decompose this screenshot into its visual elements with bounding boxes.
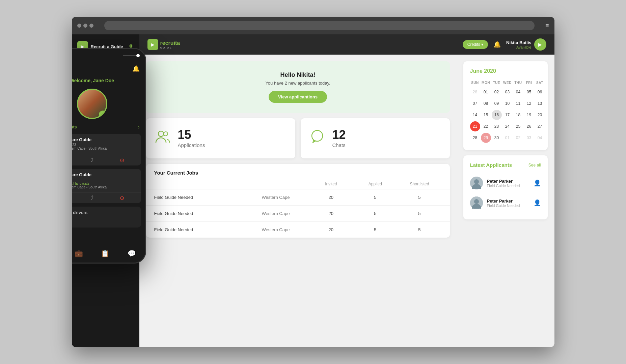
browser-menu-icon[interactable]: ≡ [545, 22, 549, 29]
share-icon[interactable]: ⤴ [91, 195, 93, 201]
table-row[interactable]: Field Guide Needed Western Cape 20 5 5 [146, 205, 450, 221]
report-icon[interactable]: ⊙ [120, 157, 124, 163]
applicant-name: Peter Parker [487, 199, 529, 204]
user-status: Available [506, 45, 531, 49]
chevron-right-icon[interactable]: › [138, 124, 140, 130]
phone-job-top: ▶ test drivers [72, 207, 141, 228]
chats-count: 12 [332, 129, 346, 141]
phone-job-top: Nature Guide 10d Nikita Handycats Wester… [72, 169, 141, 192]
cal-day[interactable]: 03 [524, 133, 534, 143]
cal-day[interactable]: 23 [492, 121, 502, 131]
list-item[interactable]: Peter Parker Field Guide Needed 👤 [470, 193, 541, 213]
phone-bell-icon[interactable]: 🔔 [132, 65, 140, 72]
phone-job-title: test drivers [72, 210, 138, 215]
phone-job-card: Nature Guide 10d Nikita Handycats Wester… [72, 169, 141, 203]
cal-day[interactable]: 20 [535, 110, 545, 120]
cal-day[interactable]: 19 [524, 110, 534, 120]
cal-day-today[interactable]: 16 [492, 110, 502, 120]
dashboard-sidebar: June 2020 SUN MON TUE WED THU FRI SAT 28… [457, 55, 554, 347]
phone-job-meta: 1d · 123 [72, 143, 138, 147]
phone-nav-briefcase[interactable]: 💼 [75, 249, 83, 257]
cal-header-fri: FRI [524, 80, 534, 86]
applicants-title: Latest Applicants [470, 162, 528, 168]
cal-day[interactable]: 08 [481, 98, 491, 109]
welcome-subtitle: You have 2 new applicants today. [153, 81, 443, 86]
share-icon[interactable]: ⤴ [91, 157, 93, 163]
job-shortlisted: 5 [397, 211, 441, 216]
cal-day[interactable]: 18 [513, 110, 523, 120]
top-header: ▶ recruita GUIDE Credits ▾ 🔔 Nikita Batl… [139, 34, 554, 55]
job-shortlisted: 5 [397, 227, 441, 232]
cal-day[interactable]: 02 [513, 133, 523, 143]
applicants-card: Latest Applicants See all [463, 155, 548, 219]
phone-job-info: Nature Guide 1d · 123 Western Cape - Sou… [72, 137, 138, 150]
applications-icon [154, 128, 171, 148]
applications-stat-card: 15 Applications [146, 118, 295, 158]
cal-day[interactable]: 15 [481, 110, 491, 120]
cal-day[interactable]: 03 [502, 87, 513, 97]
phone-play-button[interactable]: ▶ [99, 111, 107, 119]
cal-day[interactable]: 12 [524, 98, 534, 109]
cal-day[interactable]: 01 [481, 87, 491, 97]
phone-nav-docs[interactable]: 📋 [101, 249, 109, 257]
address-bar[interactable] [104, 21, 535, 30]
credits-button[interactable]: Credits ▾ [463, 40, 488, 49]
table-row[interactable]: Field Guide Needed Western Cape 20 5 5 [146, 221, 450, 238]
cal-day[interactable]: 27 [535, 121, 545, 131]
cal-day[interactable]: 13 [535, 98, 545, 109]
calendar-title: June 2020 [470, 68, 541, 74]
cal-day[interactable]: 02 [492, 87, 502, 97]
cal-day[interactable]: 04 [513, 87, 523, 97]
cal-day[interactable]: 28 [470, 87, 480, 97]
cal-day[interactable]: 17 [502, 110, 513, 120]
table-row[interactable]: Field Guide Needed Western Cape 20 5 5 [146, 189, 450, 205]
view-applications-button[interactable]: View applicantions [269, 91, 327, 103]
browser-content: ▶ Recruit a Guide 👁 ⊞ Dashboard ▦ Guide … [72, 34, 554, 347]
phone-job-location: Western Cape - South Africa [72, 185, 138, 189]
phone-avatar-container: ▶ [72, 86, 145, 122]
applications-label: Applications [178, 142, 205, 148]
applications-stat-text: 15 Applications [178, 129, 205, 148]
chat-icon: 💬 [128, 249, 136, 257]
cal-day[interactable]: 24 [502, 121, 513, 131]
cal-day[interactable]: 28 [470, 133, 480, 143]
header-logo: ▶ recruita GUIDE [147, 39, 180, 50]
cal-day-marked-pink[interactable]: 29 [481, 133, 491, 143]
job-location: Western Cape [243, 227, 309, 232]
cal-day[interactable]: 10 [502, 98, 513, 109]
cal-day[interactable]: 04 [535, 133, 545, 143]
cal-day[interactable]: 11 [513, 98, 523, 109]
minimize-dot[interactable] [83, 24, 87, 28]
job-invited: 20 [309, 211, 353, 216]
cal-day[interactable]: 05 [524, 87, 534, 97]
browser-toolbar: ≡ [72, 17, 554, 34]
cal-day[interactable]: 25 [513, 121, 523, 131]
cal-day[interactable]: 09 [492, 98, 502, 109]
see-all-link[interactable]: See all [528, 163, 541, 168]
applicant-action-icon[interactable]: 👤 [534, 199, 541, 207]
report-icon[interactable]: ⊙ [120, 195, 124, 201]
phone-status-bar [72, 49, 145, 62]
bell-icon[interactable]: 🔔 [493, 41, 501, 48]
cal-day[interactable]: 07 [470, 98, 480, 109]
job-applied: 5 [353, 195, 397, 200]
cal-day[interactable]: 01 [502, 133, 513, 143]
list-item[interactable]: Peter Parker Field Guide Needed 👤 [470, 173, 541, 193]
applicant-info: Peter Parker Field Guide Needed [487, 199, 529, 208]
cal-day[interactable]: 06 [535, 87, 545, 97]
user-avatar: ▶ [534, 38, 546, 51]
mobile-phone: ☰ 🔔 Welcome, Jane Doe ▶ Latest Job Posts… [72, 48, 146, 264]
cal-day[interactable]: 30 [492, 133, 502, 143]
welcome-banner: Hello Nikita! You have 2 new applicants … [146, 61, 450, 113]
cal-day[interactable]: 14 [470, 110, 480, 120]
applicant-action-icon[interactable]: 👤 [534, 179, 541, 187]
maximize-dot[interactable] [89, 24, 93, 28]
cal-day-marked-red[interactable]: 21 [470, 121, 480, 131]
cal-day[interactable]: 26 [524, 121, 534, 131]
phone-nav-chat[interactable]: 💬 [128, 249, 136, 257]
briefcase-icon: 💼 [75, 249, 83, 257]
applicant-avatar [470, 177, 483, 189]
cal-day[interactable]: 22 [481, 121, 491, 131]
phone-job-title: Nature Guide [72, 172, 138, 177]
close-dot[interactable] [77, 24, 81, 28]
